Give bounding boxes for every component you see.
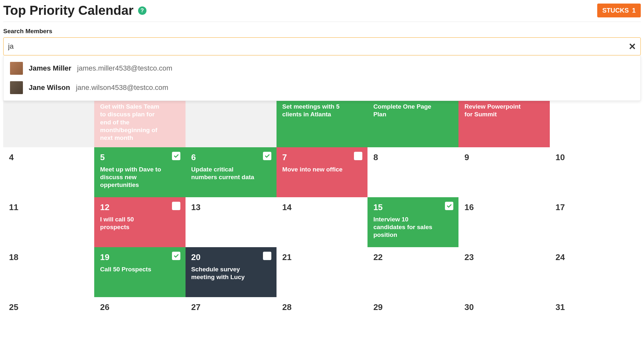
task-text: Interview 10 candidates for sales positi… — [373, 216, 437, 239]
clear-icon[interactable]: ✕ — [629, 41, 636, 52]
task-text: Get with Sales Team to discuss plan for … — [100, 103, 164, 142]
day-number: 12 — [100, 202, 179, 212]
stucks-label: STUCKS — [602, 7, 629, 14]
task-checkbox[interactable] — [445, 202, 453, 210]
calendar-cell[interactable]: 6Update critical numbers current data — [186, 147, 277, 197]
calendar-cell[interactable]: 4 — [3, 147, 94, 197]
day-number: 8 — [373, 152, 453, 162]
title-wrap: Top Priority Calendar ? — [3, 3, 146, 18]
day-number: 30 — [464, 302, 544, 312]
search-result-item[interactable]: James Miller james.miller4538@testco.com — [4, 59, 640, 78]
task-text: Set meetings with 5 clients in Atlanta — [282, 103, 346, 119]
calendar-cell[interactable]: 14 — [277, 197, 367, 247]
calendar-cell[interactable]: 19Call 50 Prospects — [94, 247, 185, 297]
calendar-cell[interactable]: 21 — [277, 247, 367, 297]
calendar-cell[interactable]: 5Meet up with Dave to discuss new oppert… — [94, 147, 185, 197]
search-result-name: Jane Wilson — [29, 83, 70, 92]
calendar-cell[interactable]: 28 — [277, 297, 367, 347]
task-checkbox[interactable] — [172, 202, 180, 210]
search-result-name: James Miller — [29, 64, 71, 73]
day-number: 13 — [191, 202, 271, 212]
calendar-cell[interactable]: 12I will call 50 prospects — [94, 197, 185, 247]
task-text: Complete One Page Plan — [373, 103, 437, 119]
task-text: Schedule survey meeting with Lucy — [191, 266, 255, 281]
day-number: 21 — [282, 252, 362, 262]
day-number: 15 — [373, 202, 453, 212]
calendar-cell[interactable]: 18 — [3, 247, 94, 297]
calendar-cell[interactable]: 9 — [458, 147, 549, 197]
calendar-cell[interactable]: 11 — [3, 197, 94, 247]
calendar-cell[interactable]: 24 — [550, 247, 641, 297]
search-block: Search Members ✕ James Miller james.mill… — [3, 28, 641, 55]
task-text: I will call 50 prospects — [100, 216, 164, 231]
task-checkbox[interactable] — [263, 252, 271, 260]
task-checkbox[interactable] — [172, 252, 180, 260]
task-text: Review Powerpoint for Summit — [464, 103, 528, 119]
task-text: Move into new office — [282, 166, 346, 173]
day-number: 26 — [100, 302, 179, 312]
day-number: 9 — [464, 152, 544, 162]
calendar-cell[interactable]: 10 — [550, 147, 641, 197]
day-number: 31 — [556, 302, 635, 312]
calendar-cell[interactable]: 31 — [550, 297, 641, 347]
stucks-count: 1 — [632, 7, 636, 14]
day-number: 11 — [9, 202, 88, 212]
search-result-item[interactable]: Jane Wilson jane.wilson4538@testco.com — [4, 78, 640, 97]
calendar-cell[interactable]: 25 — [3, 297, 94, 347]
task-checkbox[interactable] — [263, 152, 271, 160]
day-number: 23 — [464, 252, 544, 262]
calendar-cell[interactable]: 22 — [367, 247, 458, 297]
day-number: 5 — [100, 152, 179, 162]
day-number: 18 — [9, 252, 88, 262]
search-input[interactable] — [8, 42, 629, 51]
day-number: 28 — [282, 302, 362, 312]
day-number: 25 — [9, 302, 88, 312]
calendar-cell[interactable]: 8 — [367, 147, 458, 197]
day-number: 19 — [100, 252, 179, 262]
calendar-cell[interactable]: 17 — [550, 197, 641, 247]
day-number: 24 — [556, 252, 635, 262]
day-number: 10 — [556, 152, 635, 162]
calendar-cell[interactable]: 15Interview 10 candidates for sales posi… — [367, 197, 458, 247]
day-number: 29 — [373, 302, 453, 312]
calendar-cell[interactable]: 27 — [186, 297, 277, 347]
task-checkbox[interactable] — [172, 152, 180, 160]
calendar-cell[interactable]: 29 — [367, 297, 458, 347]
calendar-cell[interactable]: 13 — [186, 197, 277, 247]
day-number: 4 — [9, 152, 88, 162]
calendar-cell[interactable]: 26 — [94, 297, 185, 347]
day-number: 22 — [373, 252, 453, 262]
search-input-wrap: ✕ — [3, 37, 641, 55]
day-number: 20 — [191, 252, 271, 262]
search-label: Search Members — [3, 28, 641, 35]
page-title: Top Priority Calendar — [3, 3, 134, 18]
day-number: 6 — [191, 152, 271, 162]
calendar-cell[interactable]: 23 — [458, 247, 549, 297]
page-header: Top Priority Calendar ? STUCKS 1 — [3, 3, 641, 22]
task-text: Call 50 Prospects — [100, 266, 164, 273]
search-dropdown: James Miller james.miller4538@testco.com… — [3, 55, 641, 101]
task-text: Meet up with Dave to discuss new oppertu… — [100, 166, 164, 189]
search-result-email: james.miller4538@testco.com — [77, 64, 172, 73]
avatar — [10, 62, 23, 75]
help-icon[interactable]: ? — [138, 6, 146, 15]
task-text: Update critical numbers current data — [191, 166, 255, 181]
search-result-email: jane.wilson4538@testco.com — [76, 83, 168, 92]
calendar: 2728Get with Sales Team to discuss plan … — [3, 84, 641, 347]
task-checkbox[interactable] — [354, 152, 362, 160]
day-number: 16 — [464, 202, 544, 212]
calendar-cell[interactable]: 30 — [458, 297, 549, 347]
calendar-cell[interactable]: 20Schedule survey meeting with Lucy — [186, 247, 277, 297]
day-number: 14 — [282, 202, 362, 212]
stucks-button[interactable]: STUCKS 1 — [597, 4, 641, 17]
day-number: 7 — [282, 152, 362, 162]
calendar-cell[interactable]: 16 — [458, 197, 549, 247]
avatar — [10, 81, 23, 94]
day-number: 27 — [191, 302, 271, 312]
calendar-cell[interactable]: 7Move into new office — [277, 147, 367, 197]
day-number: 17 — [556, 202, 635, 212]
